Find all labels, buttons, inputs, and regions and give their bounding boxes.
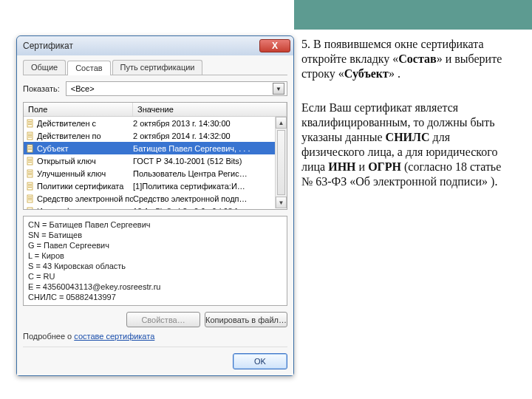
svg-rect-3 [28,124,32,125]
tabstrip: Общие Состав Путь сертификации [23,60,287,75]
table-row[interactable]: Идентификатор ключа су…10 1e 5b 8e b2 a0… [24,205,275,210]
column-field[interactable]: Поле [24,103,133,116]
scroll-thumb[interactable] [277,130,285,195]
svg-rect-29 [28,209,32,210]
svg-rect-8 [27,145,33,152]
svg-rect-6 [28,135,32,136]
row-value: [1]Политика сертификата:И… [133,182,275,191]
svg-rect-28 [27,208,33,211]
listview-scrollbar[interactable]: ▲ ▼ [275,117,287,208]
learn-more-row: Подробнее о составе сертификата [23,332,287,341]
row-value: Батищев Павел Сергеевич, . . . [133,144,275,153]
svg-rect-24 [27,195,33,202]
table-row[interactable]: СубъектБатищев Павел Сергеевич, . . . [24,142,275,154]
svg-rect-7 [28,137,32,137]
ok-button[interactable]: OK [233,353,287,369]
table-row[interactable]: Действителен по2 октября 2014 г. 14:32:0… [24,129,275,142]
svg-rect-13 [28,159,32,160]
svg-rect-26 [28,198,32,199]
document-icon [26,207,35,211]
table-row[interactable]: Открытый ключГОСТ Р 34.10-2001 (512 Bits… [24,154,275,167]
row-field: Действителен по [37,132,133,140]
table-row[interactable]: Улучшенный ключПользователь Центра Регис… [24,167,275,180]
properties-button[interactable]: Свойства… [126,312,200,327]
svg-rect-25 [28,197,32,197]
document-icon [26,132,35,140]
close-icon: X [272,41,278,51]
svg-rect-2 [28,123,32,123]
svg-rect-27 [28,200,32,200]
row-field: Средство электронной по… [37,194,133,203]
document-icon [26,182,35,191]
document-icon [26,169,35,178]
document-icon [26,157,35,166]
close-button[interactable]: X [259,39,290,52]
column-value[interactable]: Значение [133,103,287,116]
svg-rect-15 [28,162,32,163]
listview-header[interactable]: Поле Значение [24,103,287,117]
svg-rect-17 [28,171,32,172]
svg-rect-0 [27,120,33,127]
svg-rect-5 [28,134,32,134]
document-icon [26,144,35,153]
row-value: ГОСТ Р 34.10-2001 (512 Bits) [133,157,275,166]
row-field: Открытый ключ [37,157,133,166]
row-field: Субъект [37,144,133,153]
titlebar[interactable]: Сертификат X [17,36,293,55]
svg-rect-11 [28,149,32,150]
row-value: Средство электронной подп… [133,194,275,203]
show-label: Показать: [23,84,60,93]
svg-rect-19 [28,174,32,175]
certificate-window: Сертификат X Общие Состав Путь сертифика… [16,35,294,376]
document-icon [26,194,35,203]
svg-rect-23 [28,187,32,188]
chevron-down-icon: ▼ [273,83,284,95]
scroll-up-icon[interactable]: ▲ [276,117,287,129]
svg-rect-1 [28,121,32,122]
row-value: Пользователь Центра Регис… [133,169,275,178]
copy-to-file-button[interactable]: Копировать в файл… [205,312,287,327]
row-field: Улучшенный ключ [37,169,133,178]
svg-rect-22 [28,185,32,186]
table-row[interactable]: Действителен с2 октября 2013 г. 14:30:00 [24,117,275,129]
instruction-text: 5. В появившемся окне сертификата открой… [301,30,520,383]
subject-detail-textarea[interactable]: CN = Батищев Павел Сергеевич SN = Батище… [23,216,287,306]
svg-rect-20 [27,183,33,190]
svg-rect-16 [27,170,33,177]
window-title: Сертификат [23,41,73,51]
row-value: 10 1e 5b 8e b2 a0 6e 9d 68 fe… [133,207,275,211]
row-field: Идентификатор ключа су… [37,207,133,211]
svg-rect-9 [28,146,32,147]
show-dropdown[interactable]: <Все> ▼ [66,81,287,96]
row-value: 2 октября 2013 г. 14:30:00 [133,119,275,128]
learn-more-link[interactable]: составе сертификата [74,332,154,341]
svg-rect-18 [28,173,32,174]
svg-rect-4 [27,132,33,140]
row-value: 2 октября 2014 г. 14:32:00 [133,132,275,140]
field-listview[interactable]: Поле Значение Действителен с2 октября 20… [23,102,287,210]
table-row[interactable]: Политики сертификата[1]Политика сертифик… [24,180,275,192]
svg-rect-21 [28,184,32,185]
document-icon [26,119,35,128]
svg-rect-12 [27,157,33,165]
tab-certpath[interactable]: Путь сертификации [112,60,203,75]
table-row[interactable]: Средство электронной по…Средство электро… [24,192,275,205]
svg-rect-10 [28,148,32,149]
row-field: Политики сертификата [37,182,133,191]
slide-topbar [0,0,532,30]
svg-rect-14 [28,160,32,161]
row-field: Действителен с [37,119,133,128]
scroll-down-icon[interactable]: ▼ [276,197,287,208]
show-value: <Все> [71,84,95,93]
tab-general[interactable]: Общие [23,60,66,75]
tab-details[interactable]: Состав [67,61,110,75]
